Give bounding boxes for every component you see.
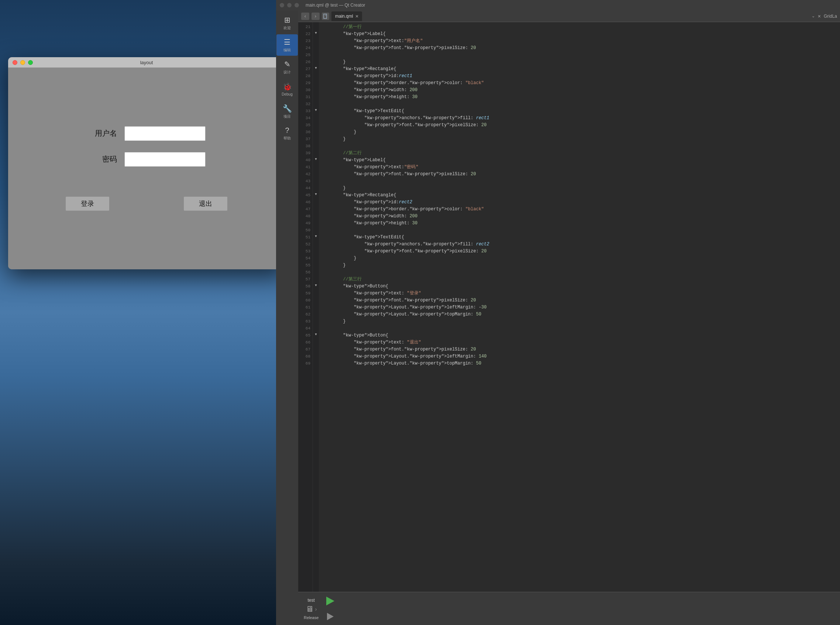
code-line: "kw-property">font."kw-property">pixelSi… — [322, 297, 832, 304]
monitor-icon: 🖥 — [306, 604, 314, 614]
code-line: "kw-property">id:rect1 — [322, 73, 832, 80]
qt-minimize[interactable] — [287, 3, 292, 8]
main-tab[interactable]: main.qml × — [331, 11, 362, 21]
fold-column: ▼▼▼▼▼▼▼▼ — [313, 22, 319, 592]
debug-run-button[interactable] — [324, 610, 337, 623]
code-line: //第三行 — [322, 276, 832, 283]
code-line: "kw-property">font."kw-property">pixelSi… — [322, 248, 832, 255]
build-dropdown-arrow[interactable]: › — [315, 606, 317, 612]
tab-label: main.qml — [335, 14, 353, 19]
code-line: "kw-property">Layout."kw-property">topMa… — [322, 360, 832, 367]
code-line: "kw-property">text: "退出" — [322, 339, 832, 346]
sidebar-help-label: 帮助 — [283, 136, 291, 141]
code-line — [322, 143, 832, 150]
help-icon: ? — [285, 126, 289, 135]
code-line: "kw-property">border."kw-property">color… — [322, 206, 832, 213]
code-line: "kw-property">border."kw-property">color… — [322, 80, 832, 87]
edit-icon: ☰ — [284, 37, 291, 47]
fold-marker[interactable]: ▼ — [313, 29, 319, 36]
code-line: //第一行 — [322, 23, 832, 31]
window-title: layout — [140, 60, 153, 65]
fold-marker[interactable]: ▼ — [313, 232, 319, 239]
window-content: 用户名 密码 登录 退出 — [8, 67, 285, 269]
qt-maximize[interactable] — [294, 3, 299, 8]
exit-button[interactable]: 退出 — [184, 196, 228, 211]
fold-marker[interactable]: ▼ — [313, 331, 319, 337]
code-line: "kw-property">height: 30 — [322, 220, 832, 227]
sidebar-item-welcome[interactable]: ⊞ 欢迎 — [277, 12, 298, 34]
fold-marker[interactable]: ▼ — [313, 106, 319, 113]
fold-marker[interactable]: ▼ — [313, 281, 319, 289]
fold-marker[interactable]: ▼ — [313, 64, 319, 71]
code-line: } — [322, 129, 832, 136]
code-line: "kw-property">anchors."kw-property">fill… — [322, 241, 832, 248]
build-target: test 🖥 › Release — [304, 598, 319, 620]
minimize-button[interactable] — [20, 60, 25, 65]
close-tab-icon[interactable]: × — [355, 13, 359, 19]
code-line: } — [322, 136, 832, 143]
code-line — [322, 227, 832, 234]
code-line: "kw-property">id:rect2 — [322, 199, 832, 206]
back-nav-button[interactable]: ‹ — [301, 12, 309, 20]
password-label: 密码 — [87, 154, 117, 164]
password-row: 密码 — [87, 152, 205, 167]
code-line: "kw-property">Layout."kw-property">leftM… — [322, 304, 832, 311]
svg-rect-0 — [324, 14, 327, 19]
run-controls — [324, 595, 337, 623]
qt-creator-window: main.qml @ test — Qt Creator ⊞ 欢迎 ☰ 编辑 ✎… — [276, 0, 840, 625]
line-numbers: 2122232425262728293031323334353637383940… — [298, 22, 313, 592]
login-form: 用户名 密码 登录 退出 — [16, 126, 277, 211]
button-row: 登录 退出 — [65, 196, 228, 211]
code-line: "kw-property">text:"密码" — [322, 164, 832, 171]
qt-title: main.qml @ test — Qt Creator — [306, 3, 366, 8]
qt-titlebar: main.qml @ test — Qt Creator — [276, 0, 840, 10]
layout-preview-window: layout 用户名 密码 登录 退出 — [8, 57, 285, 269]
close-button[interactable] — [12, 60, 17, 65]
code-line: "kw-type">Rectangle{ — [322, 66, 832, 73]
sidebar-item-help[interactable]: ? 帮助 — [277, 123, 298, 144]
sidebar-item-debug[interactable]: 🐞 Debug — [277, 79, 298, 100]
code-content[interactable]: //第一行 "kw-type">Label{ "kw-property">tex… — [319, 22, 835, 592]
sidebar-item-design[interactable]: ✎ 设计 — [277, 56, 298, 78]
code-line: "kw-type">Label{ — [322, 31, 832, 37]
sidebar-design-label: 设计 — [283, 70, 291, 75]
maximize-button[interactable] — [28, 60, 33, 65]
username-input[interactable] — [124, 126, 205, 141]
right-tab-label[interactable]: GridLa — [824, 14, 837, 19]
build-mode-label: Release — [304, 616, 319, 620]
debug-icon: 🐞 — [283, 82, 292, 91]
code-line: "kw-type">TextEdit{ — [322, 234, 832, 241]
code-line: "kw-property">height: 30 — [322, 94, 832, 101]
qt-close[interactable] — [280, 3, 284, 8]
code-line — [322, 269, 832, 276]
username-label: 用户名 — [87, 128, 117, 138]
sidebar-item-edit[interactable]: ☰ 编辑 — [277, 34, 298, 56]
project-icon: 🔧 — [283, 104, 292, 113]
code-line — [322, 101, 832, 108]
code-line: "kw-type">Button{ — [322, 283, 832, 290]
sidebar-edit-label: 编辑 — [283, 48, 291, 53]
run-icon — [326, 597, 334, 605]
forward-nav-button[interactable]: › — [311, 12, 320, 20]
build-target-label: test — [308, 598, 315, 603]
login-button[interactable]: 登录 — [65, 196, 110, 211]
code-line: "kw-property">text:"用户名" — [322, 37, 832, 45]
password-input[interactable] — [124, 152, 205, 167]
build-target-icon-row: 🖥 › — [306, 604, 317, 614]
code-line: //第二行 — [322, 150, 832, 157]
code-line: } — [322, 318, 832, 325]
run-button[interactable] — [324, 595, 337, 607]
code-line: "kw-property">Layout."kw-property">topMa… — [322, 311, 832, 318]
fold-marker[interactable]: ▼ — [313, 155, 319, 162]
code-line: "kw-property">font."kw-property">pixelSi… — [322, 346, 832, 353]
sidebar-item-project[interactable]: 🔧 项目 — [277, 101, 298, 122]
code-line: "kw-type">Button{ — [322, 332, 832, 339]
code-line: "kw-property">font."kw-property">pixelSi… — [322, 45, 832, 52]
dropdown-icon[interactable]: ⌄ — [812, 14, 815, 19]
code-line: "kw-property">width: 200 — [322, 213, 832, 220]
close-panel-icon[interactable]: × — [818, 13, 821, 19]
fold-marker[interactable]: ▼ — [313, 190, 319, 197]
sidebar-welcome-label: 欢迎 — [283, 25, 291, 31]
tabs-bar: ‹ › main.qml × ⌄ × GridLa — [298, 10, 840, 22]
code-line: } — [322, 185, 832, 192]
